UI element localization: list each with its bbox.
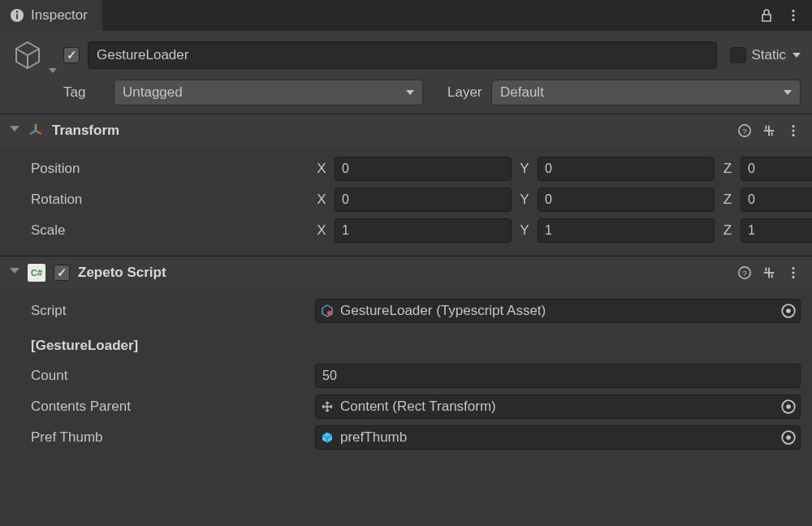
prefab-icon xyxy=(321,431,334,444)
gameobject-name-input[interactable] xyxy=(88,41,717,69)
foldout-icon[interactable] xyxy=(10,126,19,136)
gameobject-active-checkbox[interactable] xyxy=(63,47,80,63)
kebab-menu-icon[interactable] xyxy=(786,123,801,138)
axis-y-label: Y xyxy=(518,161,531,177)
contents-parent-value: Content (Rect Transform) xyxy=(340,399,496,415)
typescript-asset-icon xyxy=(321,304,334,317)
object-picker-icon[interactable] xyxy=(780,303,797,319)
help-icon[interactable]: ? xyxy=(737,123,752,138)
scale-label: Scale xyxy=(31,222,307,239)
layer-dropdown[interactable]: Default xyxy=(491,80,801,106)
tag-label: Tag xyxy=(63,84,104,101)
axis-y-label: Y xyxy=(518,192,531,208)
axis-z-label: Z xyxy=(721,222,734,239)
svg-rect-12 xyxy=(768,126,770,136)
position-z-input[interactable] xyxy=(741,157,812,181)
kebab-menu-icon[interactable] xyxy=(786,8,801,23)
count-input[interactable] xyxy=(315,364,801,388)
static-checkbox[interactable] xyxy=(730,47,746,63)
svg-point-29 xyxy=(786,308,791,313)
axis-y-label: Y xyxy=(518,222,531,239)
layer-value: Default xyxy=(500,84,544,101)
script-value: GestureLoader (Typescript Asset) xyxy=(340,303,546,319)
scale-y-input[interactable] xyxy=(538,218,715,243)
lock-icon[interactable] xyxy=(758,7,775,24)
transform-component: Transform ? Position X Y Z Rotation X Y xyxy=(0,114,812,256)
script-label: Script xyxy=(31,303,307,319)
svg-text:?: ? xyxy=(742,127,747,136)
transform-header[interactable]: Transform ? xyxy=(0,114,812,147)
axis-z-label: Z xyxy=(721,161,734,177)
kebab-menu-icon[interactable] xyxy=(786,265,801,280)
svg-point-16 xyxy=(792,129,794,132)
axis-x-label: X xyxy=(315,161,328,177)
script-icon: C# xyxy=(28,264,45,282)
rotation-label: Rotation xyxy=(31,192,307,208)
gameobject-icon[interactable] xyxy=(11,39,55,71)
preset-icon[interactable] xyxy=(762,265,776,280)
axis-x-label: X xyxy=(315,192,328,208)
script-object-field[interactable]: GestureLoader (Typescript Asset) xyxy=(315,299,801,323)
svg-point-2 xyxy=(16,11,19,13)
transform-icon xyxy=(28,123,44,139)
gameobject-header: Static Tag Untagged Layer Default xyxy=(0,31,812,114)
svg-rect-22 xyxy=(766,268,767,272)
scale-x-input[interactable] xyxy=(335,218,512,243)
zepeto-script-header[interactable]: C# Zepeto Script ? xyxy=(0,257,812,289)
svg-point-25 xyxy=(792,271,794,274)
svg-rect-23 xyxy=(771,274,773,278)
tag-dropdown[interactable]: Untagged xyxy=(114,80,423,106)
rotation-z-input[interactable] xyxy=(741,188,812,212)
position-x-input[interactable] xyxy=(335,157,512,181)
chevron-down-icon[interactable] xyxy=(793,53,801,58)
svg-point-33 xyxy=(786,435,791,440)
contents-parent-label: Contents Parent xyxy=(31,399,307,415)
svg-line-7 xyxy=(36,131,41,134)
svg-point-4 xyxy=(792,14,794,16)
info-icon xyxy=(10,8,24,23)
inspector-tab[interactable]: Inspector xyxy=(0,0,102,31)
zepeto-script-title: Zepeto Script xyxy=(78,265,729,281)
count-label: Count xyxy=(31,368,307,384)
tab-bar: Inspector xyxy=(0,0,812,31)
scale-z-input[interactable] xyxy=(741,218,812,243)
svg-rect-1 xyxy=(16,14,18,19)
position-y-input[interactable] xyxy=(538,157,715,181)
svg-point-24 xyxy=(792,267,794,269)
svg-point-5 xyxy=(792,19,794,21)
svg-point-15 xyxy=(792,125,794,127)
svg-text:?: ? xyxy=(742,269,747,278)
svg-rect-14 xyxy=(771,132,773,136)
svg-point-26 xyxy=(792,276,794,278)
zepeto-script-component: C# Zepeto Script ? Script GestureLoader … xyxy=(0,256,812,463)
rect-transform-icon xyxy=(321,400,334,413)
tag-value: Untagged xyxy=(123,84,183,101)
rotation-y-input[interactable] xyxy=(538,188,715,212)
help-icon[interactable]: ? xyxy=(737,265,752,280)
contents-parent-field[interactable]: Content (Rect Transform) xyxy=(315,394,801,419)
axis-x-label: X xyxy=(315,222,328,239)
pref-thumb-value: prefThumb xyxy=(340,429,407,446)
position-label: Position xyxy=(31,161,307,177)
transform-title: Transform xyxy=(52,123,729,139)
object-picker-icon[interactable] xyxy=(780,429,797,446)
foldout-icon[interactable] xyxy=(10,268,19,278)
svg-point-31 xyxy=(786,404,791,409)
svg-point-17 xyxy=(792,134,794,136)
object-picker-icon[interactable] xyxy=(780,399,797,415)
pref-thumb-field[interactable]: prefThumb xyxy=(315,425,801,450)
svg-rect-21 xyxy=(768,268,770,278)
rotation-x-input[interactable] xyxy=(335,188,512,212)
script-enabled-checkbox[interactable] xyxy=(54,265,70,281)
preset-icon[interactable] xyxy=(762,123,776,138)
static-label: Static xyxy=(751,47,786,63)
svg-point-27 xyxy=(327,311,332,316)
pref-thumb-label: Pref Thumb xyxy=(31,429,307,446)
tab-title: Inspector xyxy=(31,7,88,24)
svg-rect-13 xyxy=(766,126,767,130)
axis-z-label: Z xyxy=(721,192,734,208)
layer-label: Layer xyxy=(433,84,482,101)
svg-point-3 xyxy=(792,10,794,12)
class-heading: [GestureLoader] xyxy=(31,326,801,360)
svg-line-8 xyxy=(30,131,36,134)
